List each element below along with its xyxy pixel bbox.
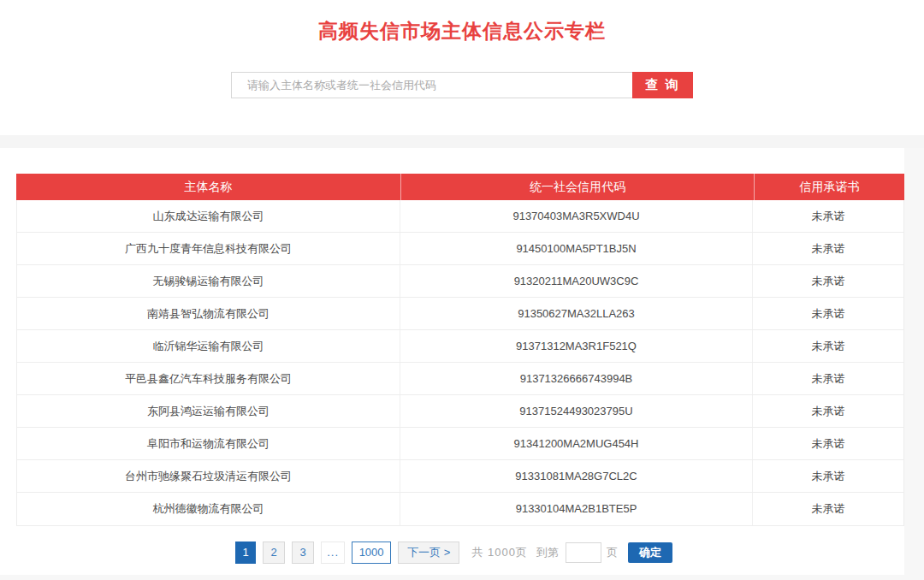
credit-code-cell: 91350627MA32LLA263 — [400, 298, 753, 329]
goto-page-input[interactable] — [566, 542, 601, 563]
entity-name-cell: 南靖县智弘物流有限公司 — [17, 298, 400, 329]
goto-page-unit: 页 — [607, 545, 618, 560]
search-bar: 查 询 — [0, 72, 924, 98]
credit-code-cell: 91331081MA28G7CL2C — [400, 460, 753, 492]
credit-code-cell: 91341200MA2MUG454H — [400, 428, 753, 459]
commitment-status-cell: 未承诺 — [753, 200, 903, 232]
commitment-status-cell: 未承诺 — [753, 298, 903, 329]
search-input[interactable] — [231, 72, 632, 98]
page-title: 高频失信市场主体信息公示专栏 — [0, 0, 924, 44]
credit-code-cell: 91371524493023795U — [400, 395, 753, 427]
goto-page-label: 到第 — [536, 545, 559, 560]
entity-name-cell: 广西九十度青年信息科技有限公司 — [17, 233, 400, 264]
entities-table: 主体名称 统一社会信用代码 信用承诺书 山东成达运输有限公司91370403MA… — [16, 148, 904, 526]
confirm-button[interactable]: 确定 — [628, 542, 672, 563]
page-ellipsis: ... — [321, 542, 345, 564]
table-row: 临沂锦华运输有限公司91371312MA3R1F521Q未承诺 — [17, 330, 903, 363]
entity-name-cell: 山东成达运输有限公司 — [17, 200, 400, 232]
pagination: 1 2 3 ... 1000 下一页 > 共 1000页 到第 页 确定 — [0, 542, 904, 564]
table-header-row: 主体名称 统一社会信用代码 信用承诺书 — [16, 174, 904, 200]
credit-code-cell: 91320211MA20UW3C9C — [400, 265, 753, 297]
commitment-status-cell: 未承诺 — [753, 460, 903, 492]
search-button[interactable]: 查 询 — [632, 72, 693, 98]
page-button-3[interactable]: 3 — [292, 542, 314, 564]
column-header-commitment: 信用承诺书 — [754, 174, 904, 200]
table-row: 无锡骏锡运输有限公司91320211MA20UW3C9C未承诺 — [17, 265, 903, 298]
table-row: 东阿县鸿运运输有限公司91371524493023795U未承诺 — [17, 395, 903, 428]
credit-code-cell: 91450100MA5PT1BJ5N — [400, 233, 753, 264]
commitment-status-cell: 未承诺 — [753, 265, 903, 297]
column-header-credit-code: 统一社会信用代码 — [400, 174, 754, 200]
column-header-entity-name: 主体名称 — [16, 174, 400, 200]
credit-code-cell: 91371326666743994B — [400, 363, 753, 394]
table-row: 广西九十度青年信息科技有限公司91450100MA5PT1BJ5N未承诺 — [17, 233, 903, 265]
page-button-1[interactable]: 1 — [235, 542, 256, 564]
table-body: 山东成达运输有限公司91370403MA3R5XWD4U未承诺广西九十度青年信息… — [16, 200, 904, 526]
page-button-1000[interactable]: 1000 — [352, 542, 391, 564]
content-card: 主体名称 统一社会信用代码 信用承诺书 山东成达运输有限公司91370403MA… — [0, 148, 904, 575]
credit-code-cell: 91370403MA3R5XWD4U — [400, 200, 753, 232]
commitment-status-cell: 未承诺 — [753, 493, 903, 525]
table-row: 阜阳市和运物流有限公司91341200MA2MUG454H未承诺 — [17, 428, 903, 460]
entity-name-cell: 平邑县鑫亿汽车科技服务有限公司 — [17, 363, 400, 394]
commitment-status-cell: 未承诺 — [753, 395, 903, 427]
entity-name-cell: 东阿县鸿运运输有限公司 — [17, 395, 400, 427]
entity-name-cell: 台州市驰缘聚石垃圾清运有限公司 — [17, 460, 400, 492]
main-background: 主体名称 统一社会信用代码 信用承诺书 山东成达运输有限公司91370403MA… — [0, 148, 924, 580]
commitment-status-cell: 未承诺 — [753, 428, 903, 459]
total-pages-label: 共 1000页 — [471, 545, 528, 560]
header-section: 高频失信市场主体信息公示专栏 查 询 — [0, 0, 924, 135]
table-row: 台州市驰缘聚石垃圾清运有限公司91331081MA28G7CL2C未承诺 — [17, 460, 903, 493]
next-page-button[interactable]: 下一页 > — [398, 542, 459, 564]
entity-name-cell: 临沂锦华运输有限公司 — [17, 330, 400, 362]
divider-band — [0, 135, 924, 148]
entity-name-cell: 无锡骏锡运输有限公司 — [17, 265, 400, 297]
entity-name-cell: 阜阳市和运物流有限公司 — [17, 428, 400, 459]
table-row: 杭州德徽物流有限公司91330104MA2B1BTE5P未承诺 — [17, 493, 903, 525]
commitment-status-cell: 未承诺 — [753, 233, 903, 264]
credit-code-cell: 91371312MA3R1F521Q — [400, 330, 753, 362]
credit-code-cell: 91330104MA2B1BTE5P — [400, 493, 753, 525]
table-row: 南靖县智弘物流有限公司91350627MA32LLA263未承诺 — [17, 298, 903, 330]
commitment-status-cell: 未承诺 — [753, 330, 903, 362]
page-button-2[interactable]: 2 — [263, 542, 285, 564]
table-row: 山东成达运输有限公司91370403MA3R5XWD4U未承诺 — [17, 200, 903, 233]
entity-name-cell: 杭州德徽物流有限公司 — [17, 493, 400, 525]
table-row: 平邑县鑫亿汽车科技服务有限公司91371326666743994B未承诺 — [17, 363, 903, 395]
commitment-status-cell: 未承诺 — [753, 363, 903, 394]
